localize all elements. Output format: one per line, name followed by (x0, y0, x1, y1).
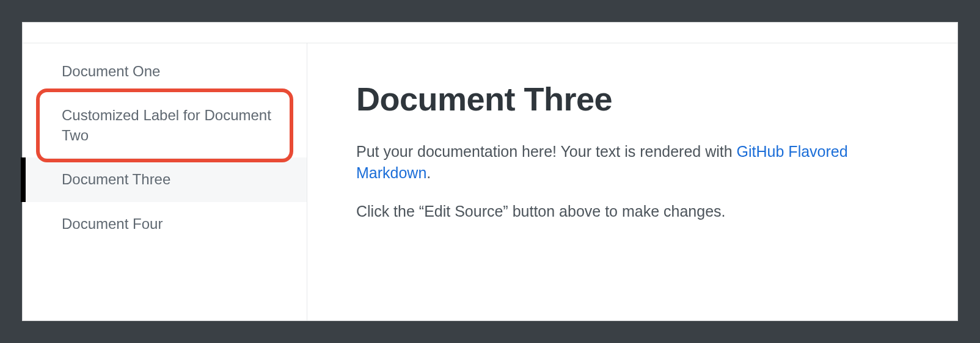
split-layout: Document One Customized Label for Docume… (23, 43, 957, 320)
sidebar-item-document-three[interactable]: Document Three (23, 157, 307, 201)
top-bar (23, 23, 957, 43)
sidebar-item-label: Document Four (62, 215, 163, 232)
sidebar-item-document-two[interactable]: Customized Label for Document Two (23, 93, 307, 157)
app-window: Document One Customized Label for Docume… (22, 22, 958, 321)
main-content: Document Three Put your documentation he… (307, 43, 957, 320)
sidebar-item-document-one[interactable]: Document One (23, 49, 307, 93)
sidebar-item-label: Customized Label for Document Two (62, 107, 271, 143)
instruction-paragraph: Click the “Edit Source” button above to … (356, 201, 915, 222)
paragraph-text: Put your documentation here! Your text i… (356, 143, 737, 160)
description-paragraph: Put your documentation here! Your text i… (356, 141, 915, 184)
sidebar-item-label: Document One (62, 63, 160, 79)
page-title: Document Three (356, 80, 915, 118)
sidebar-item-label: Document Three (62, 171, 170, 187)
paragraph-text-after: . (426, 164, 431, 181)
sidebar: Document One Customized Label for Docume… (23, 43, 307, 320)
sidebar-item-document-four[interactable]: Document Four (23, 202, 307, 246)
